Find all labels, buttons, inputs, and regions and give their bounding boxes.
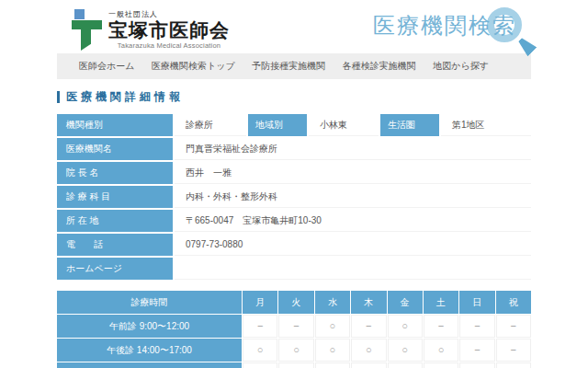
detail-value-homepage [175, 258, 531, 280]
site-logo[interactable]: 一般社団法人 宝塚市医師会 Takarazuka Medical Associa… [72, 7, 230, 51]
detail-label-departments: 診 療 科 目 [57, 186, 173, 208]
schedule-mark [388, 362, 423, 368]
table-row: 院 長 名 西井 一雅 [57, 162, 531, 184]
detail-label-area: 地域別 [248, 114, 307, 136]
detail-label-director: 院 長 名 [57, 162, 173, 184]
day-header-thu: 木 [351, 291, 386, 314]
schedule-mark: ○ [388, 339, 423, 362]
nav-item-search-top[interactable]: 医療機関検索トップ [152, 60, 235, 73]
schedule-mark: ○ [388, 315, 423, 338]
schedule-mark: − [243, 315, 277, 338]
day-header-mon: 月 [243, 291, 277, 314]
schedule-mark: ○ [315, 315, 350, 338]
schedule-mark: − [459, 339, 494, 362]
schedule-mark: − [351, 315, 386, 338]
detail-label-name: 医療機関名 [57, 138, 173, 160]
table-row: 機関種別 診療所 地域別 小林東 生活圏 第1地区 [57, 114, 531, 136]
schedule-mark [351, 362, 386, 368]
schedule-mark: ○ [424, 339, 458, 362]
detail-label-type: 機関種別 [57, 114, 173, 136]
detail-value-zone: 第1地区 [441, 114, 531, 136]
schedule-mark: ○ [351, 339, 386, 362]
schedule-mark: ○ [243, 339, 277, 362]
schedule-mark [459, 362, 494, 368]
schedule-row-label [57, 362, 242, 368]
schedule-header-label: 診療時間 [57, 291, 242, 314]
association-logo-icon [72, 7, 102, 51]
title-accent-bar [57, 91, 60, 103]
org-name: 宝塚市医師会 [108, 19, 230, 41]
schedule-mark [278, 362, 313, 368]
detail-label-phone: 電 話 [57, 234, 173, 256]
section-title-text: 医療機関検索 [373, 13, 529, 38]
table-row: ホームページ [57, 258, 531, 280]
schedule-mark: ○ [315, 339, 350, 362]
schedule-mark [424, 362, 458, 368]
schedule-row-partial [57, 362, 531, 368]
day-header-fri: 金 [388, 291, 423, 314]
logo-green-stem [81, 20, 91, 51]
nav-item-vaccination[interactable]: 予防接種実施機関 [252, 60, 325, 73]
detail-label-homepage: ホームページ [57, 258, 173, 280]
schedule-mark: − [278, 315, 313, 338]
detail-table: 機関種別 診療所 地域別 小林東 生活圏 第1地区 医療機関名 門真晋栄福祉会診… [57, 114, 531, 280]
table-row: 電 話 0797-73-0880 [57, 234, 531, 256]
detail-value-type: 診療所 [175, 114, 246, 136]
page-container: 一般社団法人 宝塚市医師会 Takarazuka Medical Associa… [57, 0, 531, 368]
schedule-mark [243, 362, 277, 368]
page-title: 医療機関詳細情報 [57, 89, 531, 105]
table-row: 医療機関名 門真晋栄福祉会診療所 [57, 138, 531, 160]
schedule-mark [315, 362, 350, 368]
org-type-label: 一般社団法人 [108, 9, 230, 19]
nav-item-screening[interactable]: 各種検診実施機関 [343, 60, 416, 73]
day-header-hol: 祝 [496, 291, 531, 314]
day-header-sun: 日 [459, 291, 494, 314]
schedule-mark: − [496, 339, 531, 362]
day-header-sat: 土 [424, 291, 458, 314]
schedule-row-morning: 午前診 9:00〜12:00 − − ○ − ○ − − − [57, 315, 531, 338]
page-title-text: 医療機関詳細情報 [66, 89, 184, 105]
detail-value-director: 西井 一雅 [175, 162, 531, 184]
schedule-mark [496, 362, 531, 368]
search-section-title: 医療機関検索 [373, 11, 529, 53]
detail-label-address: 所 在 地 [57, 210, 173, 232]
day-header-tue: 火 [278, 291, 313, 314]
table-row: 診 療 科 目 内科・外科・整形外科 [57, 186, 531, 208]
schedule-mark: ○ [278, 339, 313, 362]
magnifier-handle [515, 35, 537, 56]
site-header: 一般社団法人 宝塚市医師会 Takarazuka Medical Associa… [57, 0, 531, 53]
org-name-en: Takarazuka Medical Association [108, 41, 230, 50]
schedule-header-row: 診療時間 月 火 水 木 金 土 日 祝 [57, 291, 531, 314]
detail-value-name: 門真晋栄福祉会診療所 [175, 138, 531, 160]
detail-value-departments: 内科・外科・整形外科 [175, 186, 531, 208]
logo-blue-square [74, 9, 85, 19]
schedule-mark: − [424, 315, 458, 338]
schedule-mark: − [496, 315, 531, 338]
detail-value-area: 小林東 [309, 114, 379, 136]
table-row: 所 在 地 〒665-0047 宝塚市亀井町10-30 [57, 210, 531, 232]
detail-value-phone: 0797-73-0880 [175, 234, 531, 256]
main-nav: 医師会ホーム 医療機関検索トップ 予防接種実施機関 各種検診実施機関 地図から探… [57, 53, 531, 79]
schedule-table: 診療時間 月 火 水 木 金 土 日 祝 午前診 9:00〜12:00 − − … [57, 291, 531, 368]
detail-label-zone: 生活圏 [380, 114, 439, 136]
nav-item-home[interactable]: 医師会ホーム [79, 60, 134, 73]
day-header-wed: 水 [315, 291, 350, 314]
detail-value-address: 〒665-0047 宝塚市亀井町10-30 [175, 210, 531, 232]
schedule-row-label: 午前診 9:00〜12:00 [57, 315, 242, 338]
schedule-mark: − [459, 315, 494, 338]
nav-item-map[interactable]: 地図から探す [433, 60, 489, 73]
logo-text: 一般社団法人 宝塚市医師会 Takarazuka Medical Associa… [108, 7, 230, 50]
schedule-row-label: 午後診 14:00〜17:00 [57, 339, 242, 362]
schedule-row-afternoon: 午後診 14:00〜17:00 ○ ○ ○ ○ ○ ○ − − [57, 339, 531, 362]
